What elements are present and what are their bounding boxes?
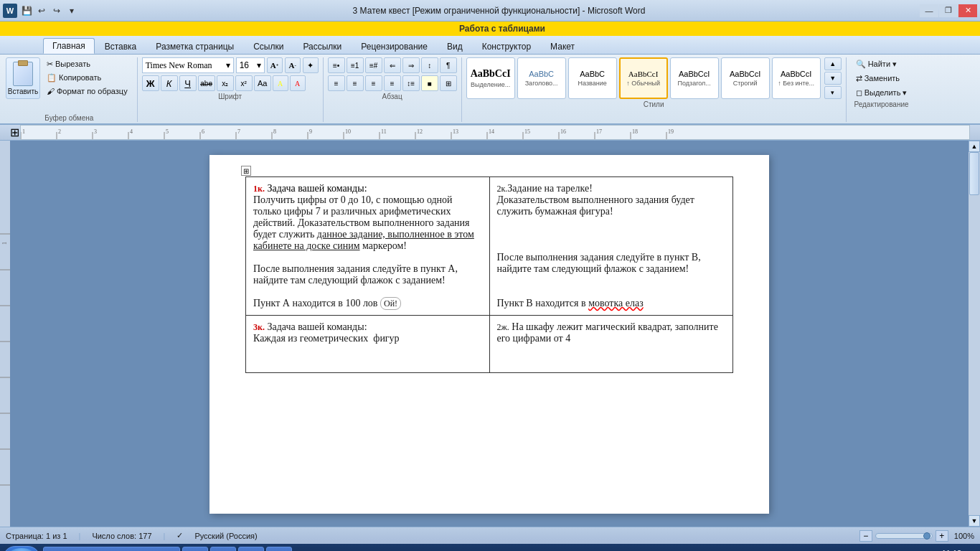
highlight-color-btn[interactable]: A	[273, 75, 288, 91]
scroll-down-arrow[interactable]: ▼	[969, 515, 980, 527]
svg-text:12: 12	[417, 128, 423, 135]
zoom-in-btn[interactable]: +	[936, 530, 948, 542]
start-button[interactable]: ⊞	[3, 546, 40, 551]
font-size-dropdown-icon: ▾	[257, 60, 261, 70]
replace-button[interactable]: ⇄ Заменить	[851, 72, 913, 85]
tab-layout[interactable]: Макет	[541, 39, 584, 54]
table-row-2: 3к. Задача вашей команды: Каждая из геом…	[246, 316, 733, 373]
paste-button[interactable]: Вставить	[6, 57, 40, 99]
style-normal[interactable]: AaBbCcI ↑ Обычный	[619, 57, 668, 99]
undo-quick-btn[interactable]: ↩	[35, 4, 48, 17]
superscript-button[interactable]: x²	[235, 75, 253, 91]
svg-text:10: 10	[345, 128, 351, 135]
justify-btn[interactable]: ≡	[384, 75, 401, 91]
system-clock: 11:13 13.11.2020	[932, 548, 971, 551]
title-text-label: 3 Матем квест [Режим ограниченной функци…	[353, 6, 646, 16]
font-name-box[interactable]: Times New Roman ▾	[142, 57, 234, 73]
language-status: Русский (Россия)	[194, 532, 257, 540]
minimize-button[interactable]: —	[920, 4, 938, 17]
word-count-status: Число слов: 177	[92, 532, 151, 540]
table-cell-1[interactable]: 1к. Задача вашей команды: Получить цифры…	[246, 177, 490, 316]
bullets-btn[interactable]: ≡•	[328, 57, 345, 73]
underline-button[interactable]: Ч	[179, 75, 197, 91]
style-subtitle[interactable]: AaBbCcI Подзагол...	[670, 57, 719, 99]
increase-indent-btn[interactable]: ⇒	[402, 57, 420, 73]
font-row1: Times New Roman ▾ 16 ▾ A+ A- ✦	[142, 57, 319, 73]
tab-view[interactable]: Вид	[438, 39, 472, 54]
taskbar-word[interactable]: W	[266, 547, 292, 551]
tab-references[interactable]: Ссылки	[244, 39, 293, 54]
svg-text:16: 16	[560, 128, 566, 135]
font-shrink-btn[interactable]: A-	[285, 57, 301, 73]
font-color-btn[interactable]: A	[290, 75, 306, 91]
save-quick-btn[interactable]: 💾	[20, 4, 33, 17]
decrease-indent-btn[interactable]: ⇐	[384, 57, 401, 73]
shading-btn[interactable]: ■	[421, 75, 438, 91]
borders-btn[interactable]: ⊞	[440, 75, 457, 91]
customize-quick-btn[interactable]: ▾	[65, 4, 78, 17]
scroll-thumb[interactable]	[969, 152, 979, 195]
style-nospace[interactable]: AaBbCcI ↑ Без инте...	[772, 57, 821, 99]
copy-button[interactable]: 📋 Копировать	[42, 71, 133, 84]
case-button[interactable]: Aa	[254, 75, 271, 91]
close-button[interactable]: ✕	[958, 4, 977, 17]
subscript-button[interactable]: x₂	[217, 75, 234, 91]
strikethrough-button[interactable]: abe	[198, 75, 215, 91]
format-painter-button[interactable]: 🖌 Формат по образцу	[42, 85, 133, 98]
table-cell-4[interactable]: 2ж. На шкафу лежит магический квадрат, з…	[489, 316, 733, 373]
taskbar-alice[interactable]: 🎤 Голосовой помощник Алиса	[43, 547, 180, 551]
svg-text:2: 2	[58, 128, 61, 135]
tab-page-layout[interactable]: Разметка страницы	[146, 39, 243, 54]
show-marks-btn[interactable]: ¶	[440, 57, 457, 73]
redo-quick-btn[interactable]: ↪	[50, 4, 63, 17]
style-title[interactable]: AaBbC Название	[568, 57, 617, 99]
word-icon: W	[3, 4, 17, 18]
style-strict[interactable]: AaBbCcI Строгий	[721, 57, 770, 99]
cut-button[interactable]: ✂ Вырезать	[42, 57, 133, 70]
font-size-box[interactable]: 16 ▾	[236, 57, 265, 73]
sort-btn[interactable]: ↕	[421, 57, 438, 73]
italic-button[interactable]: К	[161, 75, 178, 91]
zoom-slider[interactable]	[875, 533, 933, 539]
tab-insert[interactable]: Вставка	[95, 39, 146, 54]
align-right-btn[interactable]: ≡	[365, 75, 382, 91]
styles-nav: ▲ ▼ ▾	[824, 57, 842, 99]
font-grow-btn[interactable]: A+	[267, 57, 283, 73]
zoom-out-btn[interactable]: −	[859, 530, 872, 542]
styles-more-btn[interactable]: ▾	[824, 86, 842, 99]
styles-up-btn[interactable]: ▲	[824, 57, 842, 70]
taskbar: ⊞ 🎤 Голосовой помощник Алиса e	[0, 544, 980, 551]
style-selection[interactable]: AaBbCcI Выделение...	[466, 57, 515, 99]
taskbar-media[interactable]	[210, 547, 236, 551]
tab-review[interactable]: Рецензирование	[352, 39, 437, 54]
find-button[interactable]: 🔍 Найти ▾	[851, 57, 913, 70]
styles-down-btn[interactable]: ▼	[824, 72, 842, 85]
restore-button[interactable]: ❐	[939, 4, 958, 17]
align-left-btn[interactable]: ≡	[328, 75, 345, 91]
tab-mailings[interactable]: Рассылки	[293, 39, 351, 54]
font-group-label: Шрифт	[142, 93, 319, 100]
taskbar-ie[interactable]: e	[182, 547, 208, 551]
para-controls: ≡• ≡1 ≡# ⇐ ⇒ ↕ ¶ ≡ ≡ ≡ ≡ ↕≡ ■ ⊞	[328, 57, 457, 91]
multilevel-btn[interactable]: ≡#	[365, 57, 382, 73]
table-cell-3[interactable]: 3к. Задача вашей команды: Каждая из геом…	[246, 316, 490, 373]
clear-format-btn[interactable]: ✦	[303, 57, 319, 73]
line-spacing-btn[interactable]: ↕≡	[402, 75, 420, 91]
styles-group-label: Стили	[466, 100, 842, 108]
cell3-label: 3к.	[253, 322, 265, 332]
ruler: ⊞ 1 2 3 4 5 6 7 8 9 10 11 12	[0, 125, 980, 141]
table-handle[interactable]: ⊞	[241, 166, 251, 176]
tab-home[interactable]: Главная	[43, 38, 95, 54]
scroll-up-arrow[interactable]: ▲	[969, 141, 980, 152]
align-center-btn[interactable]: ≡	[347, 75, 364, 91]
select-button[interactable]: ◻ Выделить ▾	[851, 86, 913, 99]
tab-constructor[interactable]: Конструктор	[473, 39, 540, 54]
table-cell-2[interactable]: 2к.Задание на тарелке! Доказательством в…	[489, 177, 733, 316]
taskbar-folder[interactable]: 📁	[238, 547, 264, 551]
svg-text:4: 4	[130, 128, 133, 135]
font-row2: Ж К Ч abe x₂ x² Aa A A	[142, 75, 319, 91]
cell1-end: маркером!	[360, 240, 407, 251]
bold-button[interactable]: Ж	[142, 75, 159, 91]
numbering-btn[interactable]: ≡1	[347, 57, 364, 73]
style-heading1[interactable]: AaBbC Заголово...	[517, 57, 566, 99]
